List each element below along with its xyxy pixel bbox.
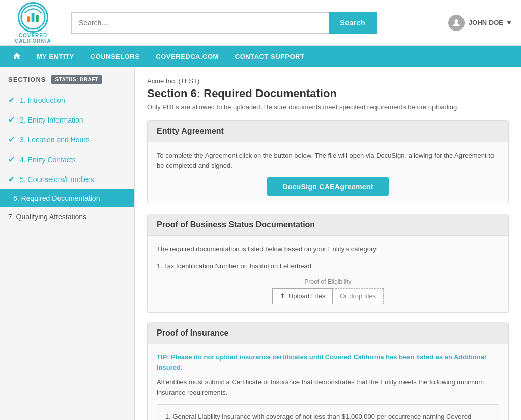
sidebar-item-label-counselors: 5. Counselors/Enrollers	[20, 175, 94, 184]
sidebar-item-counselors[interactable]: ✔ 5. Counselors/Enrollers	[0, 169, 134, 189]
sidebar-item-label-intro: 1. Introduction	[20, 96, 65, 104]
sidebar-item-qualifying[interactable]: 7. Qualifying Attestations	[0, 207, 134, 226]
insurance-inner-item: 1. General Liability insurance with cove…	[165, 412, 490, 420]
sidebar-item-location[interactable]: ✔ 3. Location and Hours	[0, 130, 134, 149]
sidebar-item-label-entity-info: 2. Entity Information	[20, 116, 83, 124]
entity-agreement-card: Entity Agreement To complete the Agreeme…	[147, 120, 509, 204]
nav-home-button[interactable]	[5, 46, 28, 67]
proof-business-header: Proof of Business Status Documentation	[148, 214, 508, 236]
sidebar-item-label-qualifying: 7. Qualifying Attestations	[8, 213, 86, 221]
svg-rect-1	[27, 16, 30, 22]
sidebar-item-label-contacts: 4. Entity Contacts	[20, 156, 76, 164]
insurance-inner-box: 1. General Liability insurance with cove…	[157, 404, 499, 420]
upload-area: ⬆ Upload Files Or drop files	[272, 288, 384, 304]
check-icon-location: ✔	[8, 135, 15, 144]
upload-section: Proof of Eligibility ⬆ Upload Files Or d…	[157, 278, 499, 304]
sidebar-item-entity-info[interactable]: ✔ 2. Entity Information	[0, 110, 134, 130]
check-icon-entity-info: ✔	[8, 115, 15, 125]
sidebar-item-contacts[interactable]: ✔ 4. Entity Contacts	[0, 149, 134, 169]
user-name: JOHN DOE	[469, 19, 503, 26]
proof-business-card: Proof of Business Status Documentation T…	[147, 214, 509, 313]
drop-zone[interactable]: Or drop files	[333, 288, 384, 304]
sidebar: SECTIONS STATUS: DRAFT ✔ 1. Introduction…	[0, 67, 135, 420]
sections-label: SECTIONS	[8, 76, 46, 83]
user-area[interactable]: JOHN DOE ▾	[448, 15, 511, 31]
nav-bar: MY ENTITY COUNSELORS COVEREDCA.COM CONTA…	[0, 46, 521, 67]
entity-agreement-text: To complete the Agreement click on the b…	[157, 151, 499, 170]
entity-agreement-header: Entity Agreement	[148, 121, 508, 142]
insurance-tip-text: TIP: Please do not upload insurance cert…	[157, 352, 499, 372]
sidebar-item-label-location: 3. Location and Hours	[20, 136, 90, 144]
proof-insurance-header: Proof of Insurance	[148, 322, 508, 344]
docusign-button[interactable]: DocuSign CAEAgreement	[267, 177, 388, 196]
nav-coveredca[interactable]: COVEREDCA.COM	[148, 46, 227, 67]
search-button[interactable]: Search	[329, 12, 377, 34]
svg-rect-2	[32, 13, 35, 22]
nav-counselors[interactable]: COUNSELORS	[82, 46, 148, 67]
svg-point-4	[455, 19, 458, 23]
check-icon-contacts: ✔	[8, 155, 15, 164]
proof-business-body: The required documentation is listed bel…	[148, 236, 508, 312]
content-area: Acme Inc. (TEST) Section 6: Required Doc…	[135, 67, 521, 420]
upload-icon: ⬆	[280, 292, 285, 300]
section-subtitle: Only PDFs are allowed to be uploaded. Be…	[147, 103, 509, 111]
main-layout: SECTIONS STATUS: DRAFT ✔ 1. Introduction…	[0, 67, 521, 420]
user-avatar-icon	[448, 15, 465, 31]
user-chevron-icon: ▾	[507, 19, 511, 26]
logo-icon	[18, 2, 48, 33]
proof-insurance-body: TIP: Please do not upload insurance cert…	[148, 344, 508, 420]
logo-text: COVEREDCALIFORNIA	[15, 33, 51, 44]
logo-area: COVEREDCALIFORNIA	[10, 2, 56, 44]
status-badge: STATUS: DRAFT	[51, 75, 102, 84]
nav-my-entity[interactable]: MY ENTITY	[28, 46, 82, 67]
sidebar-header: SECTIONS STATUS: DRAFT	[0, 75, 134, 90]
entity-name: Acme Inc. (TEST)	[147, 77, 509, 85]
section-title: Section 6: Required Documentation	[147, 87, 509, 100]
proof-insurance-card: Proof of Insurance TIP: Please do not up…	[147, 322, 509, 420]
search-input[interactable]	[71, 12, 329, 34]
svg-rect-3	[36, 15, 39, 22]
sidebar-item-label-required-docs: 6. Required Documentation	[13, 194, 100, 202]
check-icon-counselors: ✔	[8, 174, 15, 184]
proof-business-list-item: 1. Tax Identification Number on Institut…	[157, 261, 499, 272]
proof-business-text: The required documentation is listed bel…	[157, 244, 499, 254]
header: COVEREDCALIFORNIA Search JOHN DOE ▾	[0, 0, 521, 46]
upload-files-button[interactable]: ⬆ Upload Files	[272, 288, 333, 304]
proof-eligibility-label: Proof of Eligibility	[157, 278, 499, 285]
insurance-body-text: All entities must submit a Certificate o…	[157, 377, 499, 397]
search-area: Search	[71, 12, 377, 34]
check-icon-intro: ✔	[8, 95, 15, 105]
nav-contact-support[interactable]: CONTACT SUPPORT	[227, 46, 313, 67]
entity-agreement-body: To complete the Agreement click on the b…	[148, 142, 508, 204]
sidebar-item-required-docs[interactable]: 6. Required Documentation	[0, 189, 134, 207]
sidebar-item-intro[interactable]: ✔ 1. Introduction	[0, 90, 134, 110]
